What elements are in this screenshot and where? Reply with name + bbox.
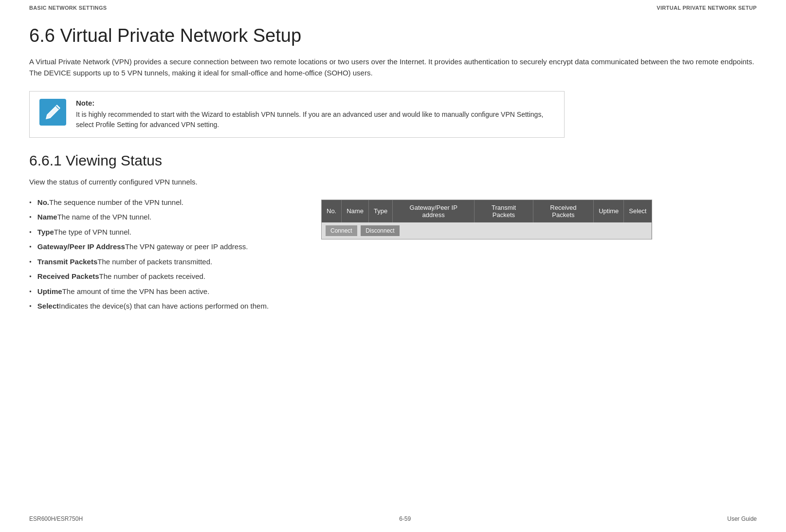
footer-left: ESR600H/ESR750H <box>29 515 83 522</box>
connect-button[interactable]: Connect <box>326 225 357 236</box>
table-actions-row: Connect Disconnect <box>322 222 652 239</box>
list-item: Type The type of VPN tunnel. <box>29 227 302 238</box>
list-item: Name The name of the VPN tunnel. <box>29 212 302 223</box>
table-actions-cell: Connect Disconnect <box>322 222 652 239</box>
vpn-table-container: No.NameTypeGateway/Peer IP addressTransm… <box>321 200 652 239</box>
table-header-cell: Name <box>342 200 369 222</box>
table-header-row: No.NameTypeGateway/Peer IP addressTransm… <box>322 200 652 222</box>
bullet-term: No. <box>37 197 49 208</box>
bullet-description: The number of packets received. <box>99 271 205 282</box>
bullet-term: Type <box>37 227 54 238</box>
table-header-cell: Gateway/Peer IP address <box>393 200 475 222</box>
bullet-term: Uptime <box>37 286 62 297</box>
table-header-cell: Select <box>624 200 652 222</box>
bullet-term: Gateway/Peer IP Address <box>37 241 125 253</box>
bullet-description: The amount of time the VPN has been acti… <box>62 286 210 297</box>
list-item: Transmit Packets The number of packets t… <box>29 257 302 268</box>
note-title: Note: <box>76 99 554 107</box>
bullet-term: Received Packets <box>37 271 99 282</box>
table-header-cell: No. <box>322 200 342 222</box>
bullet-list: No. The sequence number of the VPN tunne… <box>29 197 302 312</box>
intro-text: A Virtual Private Network (VPN) provides… <box>29 56 757 79</box>
note-content: Note: It is highly recommended to start … <box>76 99 554 130</box>
header-right-label: Virtual Private Network Setup <box>657 5 757 11</box>
bullet-description: The number of packets transmitted. <box>97 257 212 268</box>
list-item: Select Indicates the device(s) that can … <box>29 301 302 312</box>
table-header-cell: Received Packets <box>533 200 594 222</box>
bullet-term: Name <box>37 212 57 223</box>
bullet-term: Select <box>37 301 59 312</box>
list-item: Uptime The amount of time the VPN has be… <box>29 286 302 297</box>
note-box: Note: It is highly recommended to start … <box>29 91 565 138</box>
bullet-description: The sequence number of the VPN tunnel. <box>49 197 183 208</box>
vpn-table: No.NameTypeGateway/Peer IP addressTransm… <box>322 200 652 239</box>
page-title: 6.6 Virtual Private Network Setup <box>29 25 757 46</box>
header-left-label: Basic Network Settings <box>29 5 107 11</box>
bullet-description: The VPN gateway or peer IP address. <box>125 241 248 253</box>
note-text: It is highly recommended to start with t… <box>76 110 554 130</box>
list-item: Gateway/Peer IP Address The VPN gateway … <box>29 241 302 253</box>
left-column: No. The sequence number of the VPN tunne… <box>29 197 302 316</box>
bullet-description: Indicates the device(s) that can have ac… <box>59 301 269 312</box>
table-header-cell: Type <box>368 200 392 222</box>
bullet-description: The name of the VPN tunnel. <box>57 212 151 223</box>
note-icon <box>39 99 66 126</box>
footer-right: User Guide <box>727 515 757 522</box>
footer-center: 6-59 <box>399 515 411 522</box>
table-header-cell: Uptime <box>594 200 624 222</box>
bullet-term: Transmit Packets <box>37 257 97 268</box>
content-layout: No. The sequence number of the VPN tunne… <box>29 197 757 316</box>
bullet-description: The type of VPN tunnel. <box>54 227 131 238</box>
list-item: Received Packets The number of packets r… <box>29 271 302 282</box>
disconnect-button[interactable]: Disconnect <box>361 225 399 236</box>
table-header-cell: Transmit Packets <box>475 200 533 222</box>
list-item: No. The sequence number of the VPN tunne… <box>29 197 302 208</box>
section-description: View the status of currently configured … <box>29 176 757 187</box>
right-column: No.NameTypeGateway/Peer IP addressTransm… <box>321 200 652 239</box>
section-title: 6.6.1 Viewing Status <box>29 152 757 169</box>
footer: ESR600H/ESR750H 6-59 User Guide <box>29 515 757 522</box>
pencil-icon <box>45 104 61 120</box>
